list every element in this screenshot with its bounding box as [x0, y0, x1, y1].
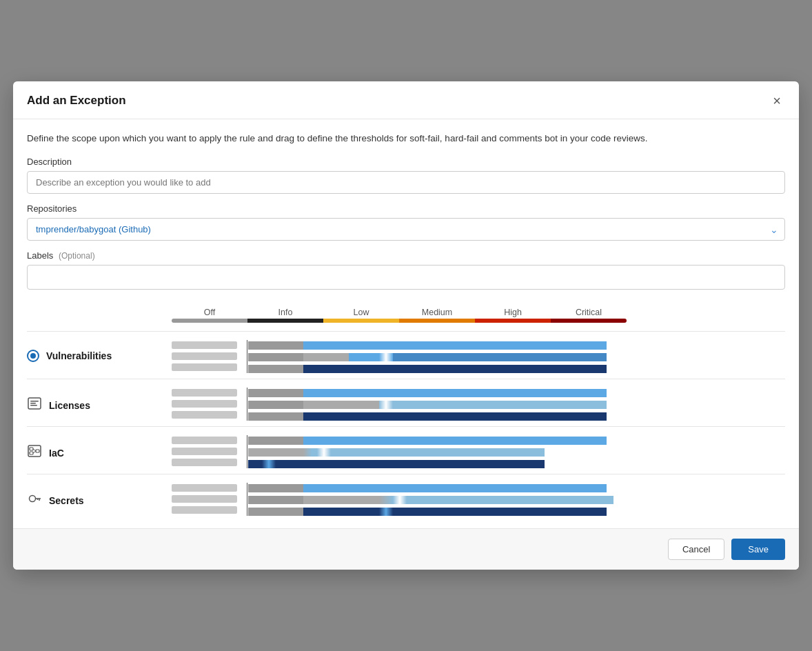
category-label-iac: IaC — [27, 435, 172, 461]
svg-rect-1 — [30, 401, 39, 402]
save-button[interactable]: Save — [731, 539, 785, 560]
vulnerabilities-slider[interactable] — [172, 340, 785, 373]
gray-bar — [172, 437, 237, 444]
svg-rect-7 — [36, 450, 39, 452]
gray-bar — [172, 459, 237, 466]
gray-bar — [172, 495, 237, 503]
labels-field-group: Labels (Optional) — [27, 250, 785, 302]
radio-icon[interactable] — [27, 350, 39, 362]
repositories-select[interactable]: tmprender/babygoat (Github) — [27, 218, 785, 241]
svg-rect-2 — [30, 403, 36, 404]
divider-line — [247, 435, 247, 468]
category-row-licenses: Licenses — [27, 379, 785, 426]
svg-rect-3 — [30, 405, 37, 406]
labels-label: Labels (Optional) — [27, 250, 785, 261]
gray-bar — [172, 411, 237, 419]
divider-line — [247, 483, 247, 516]
gray-bar — [172, 400, 237, 408]
iac-icon — [27, 445, 42, 461]
col-header-medium: Medium — [399, 308, 475, 317]
licenses-slider[interactable] — [172, 388, 785, 421]
gray-bar — [172, 363, 237, 371]
col-header-critical: Critical — [551, 308, 627, 317]
gray-bar — [172, 389, 237, 397]
svg-rect-6 — [30, 452, 33, 454]
category-label-secrets: Secrets — [27, 483, 172, 508]
col-header-off: Off — [172, 308, 247, 317]
col-header-info: Info — [247, 308, 323, 317]
modal-dialog: Add an Exception × Define the scope upon… — [13, 81, 799, 570]
description-field-group: Description — [27, 157, 785, 203]
repositories-select-wrapper: tmprender/babygoat (Github) ⌄ — [27, 218, 785, 241]
gray-bar — [172, 506, 237, 514]
svg-line-9 — [33, 451, 36, 453]
col-header-high: High — [475, 308, 551, 317]
color-seg-low — [323, 319, 399, 323]
modal-footer: Cancel Save — [13, 528, 799, 570]
iac-slider[interactable] — [172, 435, 785, 468]
modal-body: Define the scope upon which you want to … — [13, 119, 799, 528]
color-seg-off — [172, 319, 247, 323]
svg-rect-4 — [28, 445, 41, 457]
license-icon — [27, 397, 42, 413]
modal-overlay: Add an Exception × Define the scope upon… — [0, 0, 812, 651]
category-row-secrets: Secrets — [27, 474, 785, 521]
category-row-vulnerabilities: Vulnerabilities — [27, 331, 785, 379]
svg-point-10 — [30, 496, 36, 502]
color-seg-info — [247, 319, 323, 323]
svg-line-8 — [33, 449, 36, 451]
cancel-button[interactable]: Cancel — [668, 539, 724, 560]
category-label-vulnerabilities: Vulnerabilities — [27, 340, 172, 362]
threshold-section: Off Info Low Medium High Critical — [27, 308, 785, 521]
description-text: Define the scope upon which you want to … — [27, 132, 785, 146]
divider-line — [247, 388, 247, 421]
close-button[interactable]: × — [769, 92, 785, 109]
color-seg-high — [475, 319, 551, 323]
color-seg-critical — [551, 319, 627, 323]
threshold-color-bar — [27, 319, 785, 323]
threshold-column-headers: Off Info Low Medium High Critical — [27, 308, 785, 317]
key-icon — [27, 492, 42, 508]
color-seg-medium — [399, 319, 475, 323]
modal-title: Add an Exception — [27, 94, 126, 108]
modal-header: Add an Exception × — [13, 81, 799, 119]
repositories-label: Repositories — [27, 203, 785, 214]
gray-bar — [172, 484, 237, 492]
svg-rect-5 — [30, 448, 33, 450]
description-input[interactable] — [27, 171, 785, 194]
col-header-low: Low — [323, 308, 399, 317]
gray-bar — [172, 448, 237, 455]
divider-line — [247, 340, 247, 373]
repositories-field-group: Repositories tmprender/babygoat (Github)… — [27, 203, 785, 241]
category-label-licenses: Licenses — [27, 388, 172, 413]
gray-bar — [172, 341, 237, 349]
gray-bar — [172, 352, 237, 360]
category-row-iac: IaC — [27, 426, 785, 474]
secrets-slider[interactable] — [172, 483, 785, 516]
labels-input[interactable] — [27, 265, 785, 290]
description-label: Description — [27, 157, 785, 167]
